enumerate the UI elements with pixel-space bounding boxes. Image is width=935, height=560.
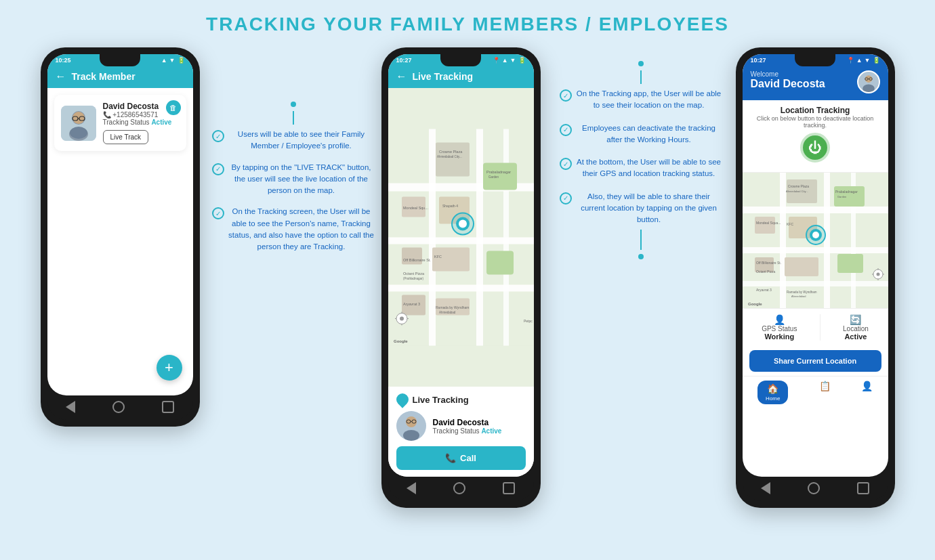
svg-text:KFC: KFC <box>787 222 793 226</box>
svg-text:Ramada by Wyndham: Ramada by Wyndham <box>787 290 817 294</box>
phone2-status-icons: 📍 ▲ ▼ 🔋 <box>493 57 526 64</box>
svg-rect-70 <box>755 217 775 234</box>
back-arrow-icon[interactable]: ← <box>56 70 66 83</box>
loc-tracking-title: Location Tracking <box>751 106 880 115</box>
svg-text:Ahmedabad City...: Ahmedabad City... <box>786 190 808 193</box>
call-button[interactable]: 📞 Call <box>396 446 526 470</box>
svg-rect-63 <box>743 247 888 253</box>
add-fab-button[interactable]: + <box>157 355 182 381</box>
svg-text:Ramada by Wyndham: Ramada by Wyndham <box>436 305 469 309</box>
phone3-back-nav[interactable] <box>761 482 770 494</box>
svg-text:Crowne Plaza: Crowne Plaza <box>788 184 809 188</box>
right-ann-text-4: Also, they will be able to share their c… <box>576 191 722 226</box>
svg-text:Mondeal Squ...: Mondeal Squ... <box>403 206 428 210</box>
svg-text:Mondeal Squa...: Mondeal Squa... <box>756 221 781 225</box>
phone2-nav-bar <box>388 477 534 501</box>
member-avatar <box>61 106 96 141</box>
signal-icon3: ▲ <box>856 57 863 64</box>
battery-icon3: 🔋 <box>873 57 880 64</box>
phone3-bottom-nav: 🏠 Home 📋 👤 <box>743 376 888 408</box>
home-nav-item[interactable]: 🏠 Home <box>757 381 788 404</box>
conn-line-top <box>640 70 642 84</box>
right-annotations: ✓ On the Tracking app, the User will be … <box>546 47 736 273</box>
person-tracking-status: Tracking Status Active <box>433 427 502 435</box>
svg-point-4 <box>70 127 87 139</box>
annotation-bottom-1: ✓ Users will be able to see their Family… <box>212 129 375 152</box>
svg-point-77 <box>812 232 819 238</box>
svg-text:Octant Pizza: Octant Pizza <box>403 272 425 276</box>
power-toggle-button[interactable]: ⏻ <box>800 133 830 163</box>
phone3-notch <box>795 54 835 66</box>
svg-text:Crowne Plaza: Crowne Plaza <box>439 150 463 154</box>
phone2-home-nav[interactable] <box>453 482 465 494</box>
svg-text:Off Billionaire St.: Off Billionaire St. <box>756 261 781 265</box>
phone2-header-title: Live Tracking <box>413 71 473 82</box>
person-name: David Decosta <box>433 418 502 427</box>
recents-nav-button[interactable] <box>162 401 174 413</box>
live-track-button[interactable]: Live Track <box>103 130 149 144</box>
wifi-icon3: ▼ <box>865 57 871 64</box>
check-icon-r3: ✓ <box>560 158 572 170</box>
delete-icon[interactable]: 🗑 <box>166 100 181 115</box>
conn-dot-top <box>638 61 644 66</box>
svg-text:Garden: Garden <box>837 195 846 198</box>
svg-rect-16 <box>486 251 514 275</box>
welcome-text: Welcome <box>751 70 825 78</box>
phone3-nav-bar <box>743 477 888 501</box>
svg-text:Prabaladnagar: Prabaladnagar <box>835 190 858 194</box>
phone3-home-nav[interactable] <box>808 482 820 494</box>
home-nav-button[interactable] <box>112 401 125 413</box>
conn-dot-bottom <box>638 254 644 259</box>
person-avatar <box>396 411 426 441</box>
location-icon: 🔄 <box>843 314 869 325</box>
phone3-recents-nav[interactable] <box>857 482 869 494</box>
phone2-back-nav[interactable] <box>407 482 416 494</box>
phone2-time: 10:27 <box>396 57 412 64</box>
svg-text:Petpc: Petpc <box>524 319 533 323</box>
annotation-bottom-3: ✓ On the Tracking screen, the User will … <box>212 206 375 253</box>
phone3-header: Welcome David Decosta <box>743 65 888 100</box>
check-icon-1: ✓ <box>212 130 224 142</box>
phone1-notch <box>100 54 140 66</box>
svg-text:Prabaladnagar: Prabaladnagar <box>486 170 511 174</box>
signal-icon2: ▲ <box>502 57 508 64</box>
gps-label: GPS Status <box>762 325 797 332</box>
location-status-item: 🔄 Location Active <box>843 314 869 341</box>
svg-rect-11 <box>388 285 534 292</box>
phone1-screen: 10:25 ▲ ▼ 🔋 ← Track Member <box>47 54 193 395</box>
location-value: Active <box>843 332 869 341</box>
home-icon: 🏠 <box>767 383 778 394</box>
svg-rect-66 <box>824 173 830 308</box>
phone2-screen: 10:27 📍 ▲ ▼ 🔋 ← Live Tracking <box>388 54 534 477</box>
svg-rect-20 <box>402 248 422 265</box>
svg-rect-69 <box>837 254 863 273</box>
phone3-map[interactable]: Mondeal Squa... Off Billionaire St. Octa… <box>743 173 888 308</box>
location-icon3: 📍 <box>847 57 854 64</box>
welcome-name: David Decosta <box>751 78 825 90</box>
live-tracking-label: Live Tracking <box>396 393 526 406</box>
phone2-recents-nav[interactable] <box>503 482 515 494</box>
svg-text:Garden: Garden <box>489 175 499 179</box>
phone2-back-icon[interactable]: ← <box>396 70 407 83</box>
list-nav-item[interactable]: 📋 <box>819 381 831 404</box>
wifi-icon: ▼ <box>169 57 175 64</box>
annotation-text-1: Users will be able to see their Family M… <box>228 129 375 152</box>
profile-nav-item[interactable]: 👤 <box>861 381 873 404</box>
back-nav-button[interactable] <box>66 401 75 413</box>
right-annotation-4: ✓ Also, they will be able to share their… <box>560 191 722 226</box>
share-location-button[interactable]: Share Current Location <box>749 350 881 372</box>
map-view[interactable]: Mondeal Squ... Off Billionaire St. Octan… <box>388 88 534 387</box>
right-ann-text-2: Employees can deactivate the tracking af… <box>576 123 722 146</box>
check-icon-3: ✓ <box>212 207 224 219</box>
svg-point-26 <box>459 220 467 228</box>
svg-text:Off Billionaire St.: Off Billionaire St. <box>403 258 431 262</box>
svg-rect-14 <box>503 129 509 346</box>
page-title: TRACKING YOUR FAMILY MEMBERS / EMPLOYEES <box>206 14 729 35</box>
right-annotation-3: ✓ At the bottom, the User will be able t… <box>560 156 722 180</box>
battery-icon2: 🔋 <box>518 57 526 64</box>
location-status-icon: 📍 <box>493 57 500 64</box>
annotation-text-2: By tapping on the "LIVE TRACK" button, t… <box>228 162 375 197</box>
member-status: Tracking Status Active <box>103 119 180 126</box>
svg-rect-74 <box>785 257 818 276</box>
phone3-status-icons: 📍 ▲ ▼ 🔋 <box>847 57 880 64</box>
